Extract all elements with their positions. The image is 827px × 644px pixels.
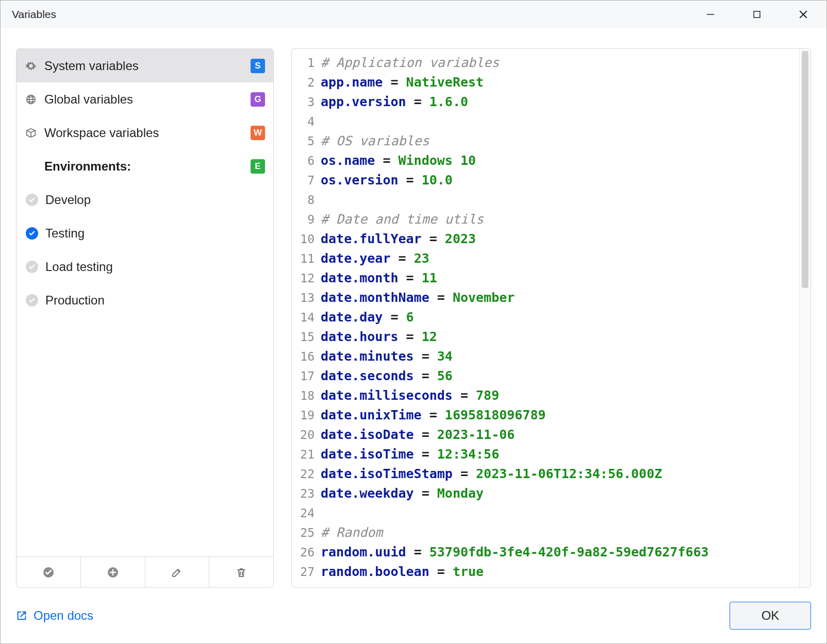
line-number: 5	[292, 131, 321, 151]
code-comment: # Application variables	[321, 53, 499, 73]
add-environment-button[interactable]	[81, 557, 145, 587]
line-number: 7	[292, 171, 321, 190]
line-number: 12	[292, 268, 321, 288]
line-number: 16	[292, 347, 321, 366]
code-line: 20date.isoDate = 2023-11-06	[292, 425, 791, 445]
dialog-footer: Open docs OK	[1, 588, 826, 643]
environment-item[interactable]: Develop	[16, 183, 273, 216]
code-comment: # Random	[321, 523, 383, 543]
code-line: 21date.isoTime = 12:34:56	[292, 445, 791, 464]
environments-badge: E	[251, 159, 265, 174]
scope-badge: S	[251, 59, 265, 73]
code-comment: # OS variables	[321, 131, 429, 151]
open-docs-label: Open docs	[34, 608, 93, 623]
code-kv: random.uuid = 53790fdb-3fe4-420f-9a82-59…	[321, 543, 709, 562]
dialog-title: Variables	[12, 8, 56, 21]
environment-label: Testing	[45, 226, 85, 241]
minimize-icon	[706, 10, 715, 19]
sidebar-item-label: System variables	[44, 59, 243, 73]
code-line: 25# Random	[292, 523, 791, 543]
environment-label: Production	[45, 293, 105, 308]
code-line: 15date.hours = 12	[292, 327, 791, 347]
environment-label: Develop	[45, 193, 91, 207]
line-number: 17	[292, 366, 321, 386]
line-number: 15	[292, 327, 321, 347]
line-number: 8	[292, 190, 321, 210]
line-number: 13	[292, 288, 321, 308]
check-icon	[26, 227, 38, 240]
editor-scrollbar[interactable]	[799, 49, 811, 587]
code-line: 10date.fullYear = 2023	[292, 229, 791, 249]
code-line: 22date.isoTimeStamp = 2023-11-06T12:34:5…	[292, 464, 791, 484]
maximize-button[interactable]	[734, 1, 780, 28]
code-line: 1# Application variables	[292, 53, 791, 73]
external-link-icon	[16, 610, 27, 621]
line-number: 9	[292, 210, 321, 229]
close-button[interactable]	[780, 1, 826, 28]
line-number: 14	[292, 308, 321, 327]
code-line: 23date.weekday = Monday	[292, 484, 791, 503]
line-number: 25	[292, 523, 321, 543]
code-kv: date.day = 6	[321, 308, 414, 327]
editor-scroll-thumb[interactable]	[802, 51, 808, 288]
window-controls	[687, 1, 826, 28]
code-kv: date.milliseconds = 789	[321, 386, 499, 405]
trash-icon	[235, 566, 247, 579]
code-editor[interactable]: 1# Application variables2app.name = Nati…	[291, 48, 811, 588]
environments-header-label: Environments:	[44, 159, 243, 174]
sidebar-item-system[interactable]: System variablesS	[16, 49, 273, 82]
edit-environment-button[interactable]	[145, 557, 210, 587]
code-line: 14date.day = 6	[292, 308, 791, 327]
code-line: 3app.version = 1.6.0	[292, 92, 791, 112]
code-line: 6os.name = Windows 10	[292, 151, 791, 171]
code-kv: date.seconds = 56	[321, 366, 453, 386]
code-line: 27random.boolean = true	[292, 562, 791, 582]
ok-button[interactable]: OK	[730, 602, 811, 630]
environment-item[interactable]: Production	[16, 283, 273, 317]
code-kv: app.version = 1.6.0	[321, 92, 468, 112]
environment-item[interactable]: Load testing	[16, 250, 273, 283]
minimize-button[interactable]	[687, 1, 734, 28]
code-line: 19date.unixTime = 1695818096789	[292, 405, 791, 425]
code-kv: date.unixTime = 1695818096789	[321, 405, 546, 425]
line-number: 23	[292, 484, 321, 503]
line-number: 20	[292, 425, 321, 445]
sidebar: System variablesSGlobal variablesGWorksp…	[16, 48, 274, 588]
line-number: 22	[292, 464, 321, 484]
code-kv: date.isoDate = 2023-11-06	[321, 425, 515, 445]
line-number: 24	[292, 503, 321, 523]
code-line: 11date.year = 23	[292, 249, 791, 268]
scope-badge: W	[251, 126, 265, 140]
code-line: 24	[292, 503, 791, 523]
delete-environment-button[interactable]	[209, 557, 273, 587]
code-kv: date.isoTimeStamp = 2023-11-06T12:34:56.…	[321, 464, 662, 484]
open-docs-link[interactable]: Open docs	[16, 608, 93, 623]
code-blank	[321, 112, 328, 131]
check-icon	[26, 194, 38, 206]
code-kv: date.fullYear = 2023	[321, 229, 476, 249]
sidebar-item-global[interactable]: Global variablesG	[16, 82, 273, 116]
code-kv: app.name = NativeRest	[321, 73, 484, 92]
code-line: 26random.uuid = 53790fdb-3fe4-420f-9a82-…	[292, 543, 791, 562]
code-line: 17date.seconds = 56	[292, 366, 791, 386]
code-kv: date.year = 23	[321, 249, 429, 268]
code-kv: date.month = 11	[321, 268, 437, 288]
sidebar-item-workspace[interactable]: Workspace variablesW	[16, 116, 273, 149]
scope-badge: G	[251, 92, 265, 107]
line-number: 6	[292, 151, 321, 171]
environment-item[interactable]: Testing	[16, 216, 273, 250]
code-kv: date.isoTime = 12:34:56	[321, 445, 499, 464]
environment-label: Load testing	[45, 260, 113, 274]
code-line: 4	[292, 112, 791, 131]
line-number: 18	[292, 386, 321, 405]
check-circle-icon	[42, 566, 55, 579]
set-active-button[interactable]	[16, 557, 81, 587]
line-number: 3	[292, 92, 321, 112]
line-number: 21	[292, 445, 321, 464]
code-line: 13date.monthName = November	[292, 288, 791, 308]
environments-header: Environments:E	[16, 149, 273, 183]
sidebar-list: System variablesSGlobal variablesGWorksp…	[16, 49, 273, 556]
code-kv: os.name = Windows 10	[321, 151, 476, 171]
line-number: 19	[292, 405, 321, 425]
check-icon	[26, 294, 38, 307]
